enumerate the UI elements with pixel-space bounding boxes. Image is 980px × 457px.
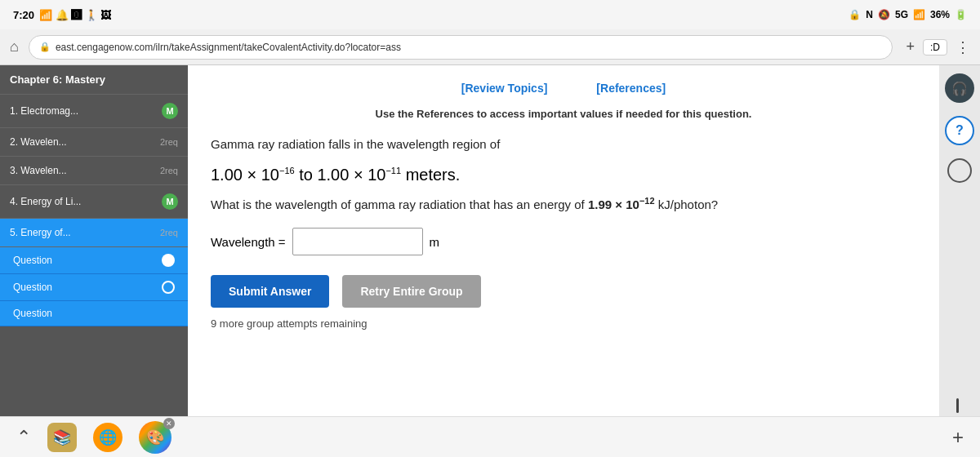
wavelength-unit: m — [430, 235, 440, 249]
bottom-left: ⌃ 📚 🌐 🎨 ✕ — [16, 421, 172, 454]
references-link[interactable]: [References] — [596, 82, 666, 95]
sub-item-1-label: Question — [13, 255, 52, 266]
button-row: Submit Answer Retry Entire Group — [211, 275, 916, 308]
sidebar-item-3-label: 3. Wavelen... — [10, 165, 160, 176]
more-options-button[interactable]: ⋮ — [956, 38, 970, 56]
sidebar-item-1-label: 1. Electromag... — [10, 105, 162, 117]
sidebar-item-5[interactable]: 5. Energy of... 2req — [0, 219, 188, 247]
notification-icon: N — [866, 9, 873, 20]
sidebar-item-4-badge: M — [162, 193, 178, 210]
signal-5g: 5G — [895, 9, 908, 20]
sub-item-2[interactable]: Question — [0, 274, 188, 301]
paint-icon-container[interactable]: 🎨 ✕ — [139, 421, 172, 454]
browser-actions: + :D ⋮ — [906, 38, 970, 56]
back-arrow-icon[interactable]: ⌃ — [16, 427, 31, 448]
main-content: Chapter 6: Mastery 1. Electromag... M 2.… — [0, 65, 980, 457]
silent-icon: 🔕 — [878, 9, 890, 20]
sub-item-3-label: Question — [13, 308, 52, 319]
help-icon[interactable]: ? — [945, 116, 974, 145]
battery-display: 36% — [930, 9, 950, 20]
wifi-icon: 📶 — [913, 9, 925, 20]
sidebar-item-5-badge: 2req — [160, 228, 178, 237]
exp2: −11 — [385, 166, 401, 175]
circle-button[interactable] — [947, 158, 972, 183]
sidebar-item-2-label: 2. Wavelen... — [10, 136, 160, 148]
reference-note: Use the References to access important v… — [211, 108, 916, 120]
sidebar-item-1[interactable]: 1. Electromag... M — [0, 95, 188, 128]
sidebar: Chapter 6: Mastery 1. Electromag... M 2.… — [0, 65, 188, 457]
question-part1: Gamma ray radiation falls in the wavelen… — [211, 137, 500, 151]
sub-item-1[interactable]: Question — [0, 247, 188, 274]
content-panel: [Review Topics] [References] Use the Ref… — [188, 65, 939, 457]
exp1: −16 — [279, 166, 295, 175]
right-panel: 🎧 ? — [939, 65, 980, 457]
app-icon-2[interactable]: 🌐 — [93, 423, 122, 452]
sidebar-item-2[interactable]: 2. Wavelen... 2req — [0, 128, 188, 157]
submit-answer-button[interactable]: Submit Answer — [211, 275, 329, 308]
d-button[interactable]: :D — [923, 39, 947, 55]
add-tab-button[interactable]: + — [906, 38, 915, 55]
attempts-text: 9 more group attempts remaining — [211, 317, 916, 330]
sub-item-2-label: Question — [13, 282, 52, 293]
sidebar-item-1-badge: M — [162, 103, 178, 119]
wavelength-label: Wavelength = — [211, 235, 286, 249]
home-icon[interactable]: ⌂ — [10, 38, 19, 55]
wavelength-input[interactable] — [292, 228, 423, 255]
energy-exp: −12 — [639, 196, 655, 206]
address-bar[interactable]: 🔒 east.cengagenow.com/ilrn/takeAssignmen… — [29, 35, 893, 60]
sub-item-1-icon — [162, 254, 175, 267]
sub-item-2-icon — [162, 281, 175, 294]
sidebar-item-3-badge: 2req — [160, 166, 178, 175]
sidebar-item-4-label: 4. Energy of Li... — [10, 196, 162, 207]
time-display: 7:20 — [13, 9, 34, 21]
meters-text: meters. — [406, 166, 461, 184]
question-text-2: What is the wavelength of gamma ray radi… — [211, 194, 916, 215]
retry-entire-group-button[interactable]: Retry Entire Group — [342, 275, 480, 308]
bottom-bar: ⌃ 📚 🌐 🎨 ✕ + — [0, 416, 980, 457]
x-badge: ✕ — [163, 418, 175, 429]
question-part2: What is the wavelength of gamma ray radi… — [211, 197, 585, 211]
sub-item-3[interactable]: Question — [0, 301, 188, 326]
energy-unit: kJ/photon? — [658, 197, 718, 211]
energy-value: 1.99 × 10−12 — [588, 197, 655, 211]
review-topics-link[interactable]: [Review Topics] — [461, 82, 548, 95]
lock-icon: 🔒 — [849, 9, 861, 20]
question-text-1: Gamma ray radiation falls in the wavelen… — [211, 135, 916, 154]
sidebar-item-3[interactable]: 3. Wavelen... 2req — [0, 157, 188, 185]
sidebar-item-5-label: 5. Energy of... — [10, 227, 160, 238]
status-left: 7:20 📶 🔔 🅾 🚶 🖼 — [13, 9, 111, 21]
sidebar-item-2-badge: 2req — [160, 137, 178, 147]
signal-icons: 📶 🔔 🅾 🚶 🖼 — [39, 9, 111, 21]
sidebar-title: Chapter 6: Mastery — [10, 73, 105, 86]
sidebar-item-4[interactable]: 4. Energy of Li... M — [0, 185, 188, 219]
wavelength-row: Wavelength = m — [211, 228, 916, 255]
status-bar: 7:20 📶 🔔 🅾 🚶 🖼 🔒 N 🔕 5G 📶 36% 🔋 — [0, 0, 980, 29]
battery-icon: 🔋 — [955, 9, 967, 20]
plus-button[interactable]: + — [952, 426, 964, 449]
status-right: 🔒 N 🔕 5G 📶 36% 🔋 — [849, 9, 967, 20]
wavelength-range-math: 1.00 × 10−16 to 1.00 × 10−11 meters. — [211, 166, 916, 184]
headset-icon[interactable]: 🎧 — [945, 73, 974, 103]
address-lock-icon: 🔒 — [39, 42, 51, 52]
top-links: [Review Topics] [References] — [211, 82, 916, 95]
sidebar-header: Chapter 6: Mastery — [0, 65, 188, 95]
math-val1: 1.00 × 10−16 — [211, 166, 295, 184]
to-text: to 1.00 × 10−11 — [299, 166, 401, 184]
url-text: east.cengagenow.com/ilrn/takeAssignment/… — [56, 42, 401, 53]
app-icon-1[interactable]: 📚 — [47, 423, 77, 452]
browser-bar: ⌂ 🔒 east.cengagenow.com/ilrn/takeAssignm… — [0, 29, 980, 65]
